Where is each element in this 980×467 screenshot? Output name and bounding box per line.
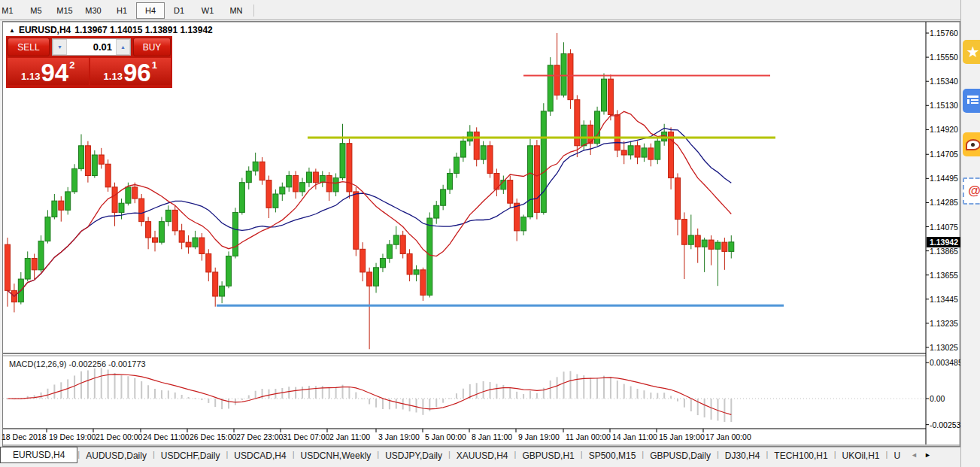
price-axis-label: 1.14285 <box>930 198 963 207</box>
price-axis-label: 1.13235 <box>930 319 963 328</box>
sell-button[interactable]: SELL <box>8 38 50 56</box>
date-axis-label: 26 Dec 15:00 <box>190 432 236 441</box>
mt4-terminal: M1M5M15M30H1H4D1W1MN ⟨ ▲ EURUSD,H4 1.139… <box>0 0 980 467</box>
date-axis-label: 18 Dec 2018 <box>2 432 47 441</box>
tab-scroll-left-icon[interactable]: ◄ <box>911 451 918 459</box>
chart-tab-GBPUSD-H1[interactable]: GBPUSD,H1 <box>516 447 580 463</box>
price-axis-label: 1.14705 <box>930 150 963 159</box>
sell-price-sup: 2 <box>69 59 74 71</box>
price-axis-label: 1.14920 <box>930 125 963 134</box>
sell-quote-box[interactable]: 1.13 94 2 <box>8 58 89 85</box>
chart-tab-UKOil-H1[interactable]: UKOil,H1 <box>836 447 886 463</box>
price-axis-label: 1.15130 <box>930 101 963 110</box>
chart-tab-EURUSD-H4[interactable]: EURUSD,H4 <box>0 447 77 463</box>
chart-tab-USDCNH-Weekly[interactable]: USDCNH,Weekly <box>295 447 378 463</box>
price-axis-label: 1.13655 <box>930 271 963 280</box>
macd-axis-label: 0.003485 <box>930 358 963 367</box>
date-axis-label: 27 Dec 23:00 <box>236 432 283 441</box>
timeframe-button-W1[interactable]: W1 <box>193 2 222 19</box>
date-axis-label: 5 Jan 00:00 <box>425 432 466 441</box>
date-axis-label: 31 Dec 07:00 <box>283 432 329 441</box>
timeframe-toolbar: M1M5M15M30H1H4D1W1MN <box>0 0 960 20</box>
date-axis-label: 9 Jan 19:00 <box>518 432 560 441</box>
date-axis-label: 24 Dec 11:00 <box>143 432 190 441</box>
weibo-eye-icon[interactable] <box>963 132 980 156</box>
timeframe-button-M30[interactable]: M30 <box>79 2 108 19</box>
date-axis-label: 2 Jan 11:00 <box>329 432 370 441</box>
chart-tab-AUDUSD-Daily[interactable]: AUDUSD,Daily <box>80 447 153 463</box>
date-axis-label: 21 Dec 00:00 <box>96 432 142 441</box>
chart-tab-GBPUSD-Daily[interactable]: GBPUSD,Daily <box>644 447 717 463</box>
price-axis-label: 1.14495 <box>930 174 963 183</box>
buy-price-prefix: 1.13 <box>104 71 123 82</box>
timeframe-button-M5[interactable]: M5 <box>22 2 50 19</box>
at-mail-icon[interactable]: @ <box>963 177 980 205</box>
timeframe-button-H1[interactable]: H1 <box>108 2 136 19</box>
chart-tab-U[interactable]: U <box>887 447 906 463</box>
price-axis-label: 1.13865 <box>930 247 963 256</box>
one-click-collapse-icon[interactable]: ▲ <box>9 27 15 34</box>
date-axis-label: 15 Jan 19:00 <box>659 432 705 441</box>
volume-spinner: ▼ 0.01 ▲ <box>52 38 131 56</box>
timeframe-button-H4[interactable]: H4 <box>136 2 165 19</box>
chart-tab-USDJPY-Daily[interactable]: USDJPY,Daily <box>379 447 448 463</box>
chart-tab-XAUUSD-H4[interactable]: XAUUSD,H4 <box>451 447 514 463</box>
chart-tab-USDCAD-H4[interactable]: USDCAD,H4 <box>228 447 292 463</box>
star-icon[interactable]: ★ <box>963 40 980 64</box>
buy-price-big: 96 <box>123 62 151 84</box>
timeframe-button-M1[interactable]: M1 <box>0 2 22 19</box>
chart-symbol-title: ▲ EURUSD,H4 1.13967 1.14015 1.13891 1.13… <box>9 25 213 35</box>
macd-histogram <box>7 368 732 422</box>
buy-button[interactable]: BUY <box>133 38 171 56</box>
buy-price-sup: 1 <box>152 59 157 71</box>
sell-price-big: 94 <box>41 62 68 84</box>
macd-axis-label: 0.00 <box>930 394 963 403</box>
macd-indicator-label: MACD(12,26,9) -0.002256 -0.001773 <box>9 359 146 368</box>
chart-tab-TECH100-H1[interactable]: TECH100,H1 <box>768 447 833 463</box>
chart-tab-USDCHF-Daily[interactable]: USDCHF,Daily <box>155 447 226 463</box>
one-click-trading-panel: SELL ▼ 0.01 ▲ BUY 1.13 94 2 1.13 96 1 <box>6 36 172 88</box>
desktop-strip: ★ @ <box>960 0 980 467</box>
chart-tab-DJ30-H4[interactable]: DJ30,H4 <box>719 447 766 463</box>
date-axis-label: 14 Jan 11:00 <box>612 432 657 441</box>
timeframe-button-M15[interactable]: M15 <box>50 2 79 19</box>
price-axis-label: 1.14075 <box>930 223 963 232</box>
symbol-ohlc: 1.13967 1.14015 1.13891 1.13942 <box>74 25 213 35</box>
volume-value[interactable]: 0.01 <box>67 39 116 55</box>
timeframe-button-MN[interactable]: MN <box>222 2 250 19</box>
price-axis-label: 1.15550 <box>930 53 963 62</box>
tab-scroll-right-icon[interactable]: ► <box>924 451 931 459</box>
date-axis-label: 3 Jan 19:00 <box>378 432 420 441</box>
price-axis-label: 1.15760 <box>930 29 963 38</box>
tab-scroll-arrows: ◄► <box>911 451 931 459</box>
volume-decrease-button[interactable]: ▼ <box>53 39 67 55</box>
current-price-marker: 1.13942 <box>927 237 961 247</box>
volume-increase-button[interactable]: ▲ <box>116 39 130 55</box>
price-axis-label: 1.13445 <box>930 295 963 304</box>
date-axis-label: 19 Dec 19:00 <box>49 432 96 441</box>
symbol-name: EURUSD,H4 <box>19 25 71 35</box>
date-axis-label: 8 Jan 11:00 <box>472 432 512 441</box>
macd-signal-line <box>8 375 731 414</box>
chart-tab-SP500-M15[interactable]: SP500,M15 <box>583 447 642 463</box>
price-axis-label: 1.15340 <box>930 77 963 86</box>
date-axis-label: 11 Jan 00:00 <box>566 432 611 441</box>
toolbar-separator <box>253 5 254 17</box>
price-axis-label: 1.13025 <box>930 343 963 352</box>
timeframe-button-D1[interactable]: D1 <box>165 2 193 19</box>
chart-tab-bar: EURUSD,H4|AUDUSD,Daily|USDCHF,Daily|USDC… <box>0 447 960 465</box>
timeframe-buttons: M1M5M15M30H1H4D1W1MN <box>0 2 257 19</box>
chart-plot-area[interactable]: ▲ EURUSD,H4 1.13967 1.14015 1.13891 1.13… <box>3 22 960 446</box>
buy-quote-box[interactable]: 1.13 96 1 <box>90 58 171 85</box>
date-axis-label: 17 Jan 00:00 <box>705 432 751 441</box>
sell-price-prefix: 1.13 <box>21 71 40 82</box>
macd-axis-label: -0.00253 <box>930 420 963 429</box>
list-panel-icon[interactable] <box>963 89 980 113</box>
